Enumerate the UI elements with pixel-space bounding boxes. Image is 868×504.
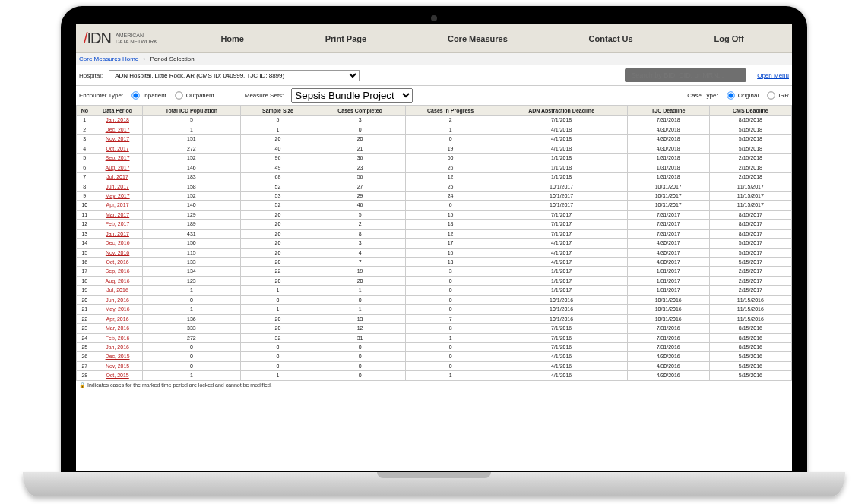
period-link[interactable]: Oct, 2016 (106, 259, 128, 265)
cell-period: Jul, 2016 (93, 286, 142, 295)
th-progress: Cases In Progress (405, 106, 496, 116)
period-link[interactable]: Nov, 2016 (106, 250, 129, 255)
cell-tjc: 7/31/2018 (627, 116, 709, 125)
cell-no: 28 (77, 371, 93, 380)
measure-sets-select[interactable]: Sepsis Bundle Project (291, 88, 413, 103)
period-link[interactable]: May, 2016 (105, 306, 129, 312)
period-link[interactable]: Aug, 2017 (106, 165, 130, 170)
breadcrumb-home-link[interactable]: Core Measures Home (79, 55, 138, 62)
period-link[interactable]: Feb, 2016 (106, 335, 130, 341)
case-type-irr-label: IRR (778, 92, 789, 99)
period-link[interactable]: Oct, 2017 (106, 146, 128, 151)
cell-population: 134 (142, 267, 241, 276)
period-link[interactable]: Jun, 2016 (106, 297, 129, 303)
cell-sample: 20 (241, 229, 315, 238)
nav-core-measures[interactable]: Core Measures (442, 31, 514, 46)
cell-no: 12 (77, 220, 93, 229)
cell-sample: 0 (241, 295, 315, 304)
period-link[interactable]: Jun, 2017 (106, 184, 129, 189)
cell-tjc: 7/31/2016 (627, 333, 709, 342)
cell-adn: 4/1/2017 (496, 239, 627, 248)
period-link[interactable]: Dec, 2016 (106, 240, 130, 246)
cell-no: 25 (77, 342, 93, 351)
cell-sample: 0 (241, 361, 315, 370)
cell-tjc: 1/31/2018 (627, 154, 709, 163)
cell-completed: 29 (315, 191, 405, 200)
nav-contact-us[interactable]: Contact Us (583, 31, 639, 46)
period-link[interactable]: Nov, 2017 (106, 136, 129, 141)
cell-period: Mar, 2016 (93, 324, 142, 333)
table-row: 3Nov, 2017151202004/1/20184/30/20185/15/… (77, 135, 792, 144)
table-row: 2Dec, 201711014/1/20184/30/20185/15/2018 (77, 125, 792, 134)
period-link[interactable]: Dec, 2015 (106, 353, 130, 359)
period-link[interactable]: Sep, 2016 (106, 268, 130, 274)
period-link[interactable]: Mar, 2017 (106, 212, 129, 217)
table-row: 8Jun, 201715852272510/1/201710/31/201711… (77, 182, 792, 191)
cell-progress: 2 (405, 116, 496, 125)
cell-period: Oct, 2015 (93, 371, 142, 380)
period-link[interactable]: Apr, 2016 (106, 316, 129, 322)
case-type-irr-radio[interactable] (768, 91, 775, 99)
cell-cms: 2/15/2017 (709, 286, 791, 295)
period-link[interactable]: Jan, 2018 (106, 117, 129, 122)
cell-period: Feb, 2017 (93, 220, 142, 229)
period-link[interactable]: Feb, 2017 (106, 221, 130, 227)
cell-sample: 20 (241, 210, 315, 219)
period-link[interactable]: Jan, 2016 (106, 344, 129, 350)
footnote: 🔒 Indicates cases for the marked time pe… (76, 381, 792, 390)
nav-home[interactable]: Home (214, 31, 250, 46)
cell-no: 27 (77, 361, 93, 370)
cell-progress: 25 (405, 182, 496, 191)
cell-progress: 8 (405, 324, 496, 333)
search-input[interactable] (625, 68, 746, 82)
period-link[interactable]: Jul, 2017 (106, 174, 128, 179)
period-link[interactable]: Jul, 2016 (106, 287, 128, 293)
cell-tjc: 1/31/2017 (627, 276, 709, 285)
cell-sample: 0 (241, 352, 315, 361)
logo-mark: /IDN (84, 30, 111, 47)
cell-cms: 2/15/2018 (709, 154, 791, 163)
cell-population: 183 (142, 173, 241, 182)
encounter-outpatient-radio[interactable] (175, 91, 182, 99)
table-row: 14Dec, 2016150203174/1/20174/30/20175/15… (77, 239, 792, 248)
cell-adn: 1/1/2017 (496, 267, 627, 276)
nav-log-off[interactable]: Log Off (708, 31, 749, 46)
cell-completed: 19 (315, 267, 405, 276)
cell-no: 15 (77, 248, 93, 257)
period-link[interactable]: Sep, 2017 (106, 155, 130, 160)
period-link[interactable]: Nov, 2015 (106, 363, 129, 369)
cell-tjc: 1/31/2017 (627, 267, 709, 276)
cell-completed: 0 (315, 295, 405, 304)
case-type-original-radio[interactable] (727, 91, 734, 99)
cell-tjc: 4/30/2017 (627, 258, 709, 267)
nav-print-page[interactable]: Print Page (319, 31, 372, 46)
cell-population: 146 (142, 163, 241, 172)
cell-period: Sep, 2017 (93, 154, 142, 163)
cell-period: May, 2017 (93, 191, 142, 200)
case-type-original-label: Original (738, 92, 759, 99)
cell-sample: 53 (241, 191, 315, 200)
hospital-select[interactable]: ADN Hospital, Little Rock, AR (CMS ID: 0… (109, 70, 360, 81)
cell-period: Sep, 2016 (93, 267, 142, 276)
cell-population: 5 (142, 116, 241, 125)
cell-completed: 13 (315, 314, 405, 323)
period-link[interactable]: May, 2017 (105, 193, 129, 198)
cell-progress: 18 (405, 220, 496, 229)
period-link[interactable]: Aug, 2016 (106, 278, 130, 284)
cell-tjc: 4/30/2016 (627, 361, 709, 370)
table-row: 16Oct, 2016133207134/1/20174/30/20175/15… (77, 258, 792, 267)
period-link[interactable]: Oct, 2015 (106, 372, 128, 378)
cell-population: 158 (142, 182, 241, 191)
cell-cms: 8/15/2016 (709, 324, 791, 333)
period-link[interactable]: Dec, 2017 (106, 127, 130, 132)
period-link[interactable]: Mar, 2016 (106, 325, 129, 331)
cell-tjc: 4/30/2018 (627, 135, 709, 144)
table-row: 28Oct, 201511014/1/20164/30/20165/15/201… (77, 371, 792, 380)
period-link[interactable]: Apr, 2017 (106, 202, 129, 208)
open-menu-link[interactable]: Open Menu (757, 72, 789, 79)
encounter-inpatient-radio[interactable] (131, 91, 139, 99)
cell-tjc: 7/31/2016 (627, 324, 709, 333)
period-link[interactable]: Jan, 2017 (106, 231, 129, 236)
hospital-label: Hospital: (79, 72, 103, 79)
cell-progress: 12 (405, 173, 496, 182)
